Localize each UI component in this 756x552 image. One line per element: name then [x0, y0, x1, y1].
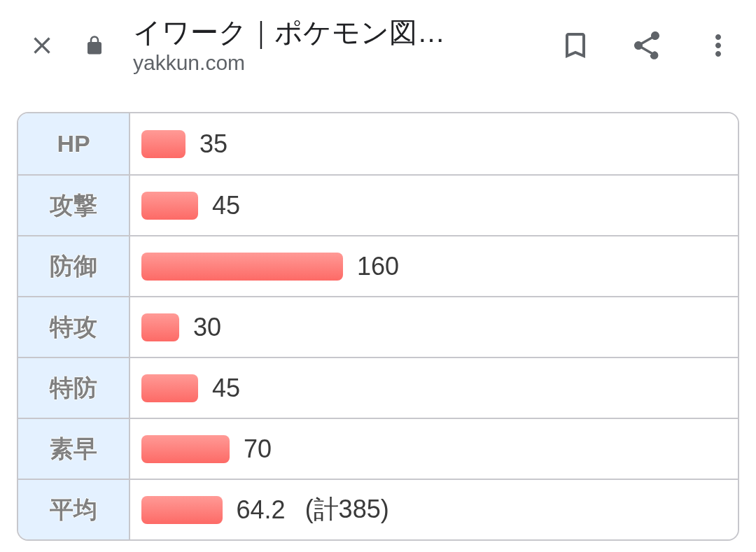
stat-label: 特攻: [18, 296, 130, 357]
stat-row: 特防45: [18, 357, 738, 418]
title-block: イワーク｜ポケモン図… yakkun.com: [133, 15, 521, 76]
bookmark-icon: [559, 29, 592, 62]
lock-icon: [84, 35, 105, 56]
stat-bar: [141, 192, 198, 220]
stat-value: 160: [357, 252, 399, 281]
stat-bar: [141, 130, 186, 158]
stat-bar-cell: 30: [130, 296, 738, 357]
stat-bar-cell: 64.2(計385): [130, 479, 738, 539]
stat-bar-cell: 35: [130, 113, 738, 174]
more-vert-icon: [701, 29, 735, 62]
stat-value: 64.2: [237, 495, 286, 525]
stat-label: 素早: [18, 418, 130, 479]
stat-row: 攻撃45: [18, 174, 738, 235]
stat-bar-cell: 45: [130, 174, 738, 235]
stat-value: 70: [244, 434, 272, 464]
stat-bar: [141, 253, 343, 281]
stat-row: 素早70: [18, 418, 738, 479]
stat-bar-cell: 45: [130, 357, 738, 418]
stat-bar: [141, 313, 179, 341]
share-button[interactable]: [630, 29, 664, 62]
stat-row: 防御160: [18, 235, 738, 296]
stat-value: 45: [212, 191, 240, 220]
menu-button[interactable]: [701, 29, 735, 62]
stat-label: 攻撃: [18, 174, 130, 235]
stat-label: 平均: [18, 479, 130, 539]
content: HP35攻撃45防御160特攻30特防45素早70平均64.2(計385): [0, 91, 756, 541]
stat-bar-cell: 70: [130, 418, 738, 479]
stat-label: HP: [18, 113, 130, 174]
stat-bar-cell: 160: [130, 235, 738, 296]
stat-bar: [141, 496, 223, 524]
close-icon: [28, 31, 56, 59]
share-icon: [630, 29, 664, 62]
page-title: イワーク｜ポケモン図…: [133, 15, 521, 49]
stat-bar: [141, 435, 230, 463]
stat-value: 35: [200, 129, 227, 159]
bookmark-button[interactable]: [559, 29, 592, 62]
stat-bar: [141, 374, 198, 402]
stat-label: 特防: [18, 357, 130, 418]
stat-table: HP35攻撃45防御160特攻30特防45素早70平均64.2(計385): [17, 112, 739, 541]
close-button[interactable]: [28, 31, 56, 59]
stat-row: HP35: [18, 113, 738, 174]
stat-extra: (計385): [305, 493, 389, 527]
page-host: yakkun.com: [133, 49, 521, 76]
stat-row: 平均64.2(計385): [18, 479, 738, 539]
stat-label: 防御: [18, 235, 130, 296]
stat-value: 30: [193, 313, 221, 342]
stat-row: 特攻30: [18, 296, 738, 357]
browser-bar: イワーク｜ポケモン図… yakkun.com: [0, 0, 756, 91]
stat-value: 45: [212, 374, 240, 403]
